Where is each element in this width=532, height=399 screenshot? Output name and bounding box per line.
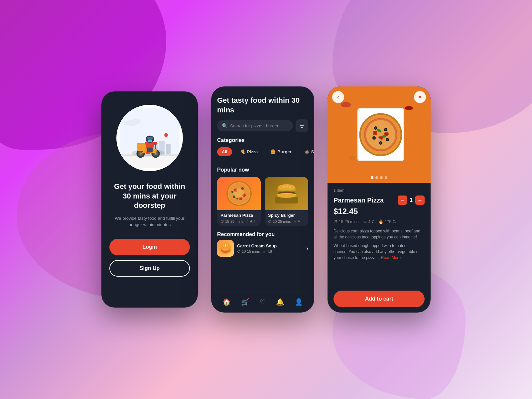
pizza-card-name: Parmesan Pizza [220,213,257,218]
soup-thumbnail [217,240,234,257]
add-to-cart-button[interactable]: Add to cart [333,291,425,307]
quantity-increase-button[interactable]: + [415,196,425,205]
svg-point-52 [286,186,288,187]
svg-point-77 [385,129,386,130]
category-all[interactable]: All [217,147,232,156]
svg-point-2 [132,119,141,125]
nav-cart-icon[interactable]: 🛒 [240,297,251,307]
product-time-value: 15-25 mins [339,219,358,224]
burger-card-info: Spicy Burger ⏱ 20-25 mins ☆ 4 [265,210,308,226]
svg-point-3 [124,121,131,125]
login-title: Get your food within 30 mins at your doo… [109,182,190,210]
quantity-value: 1 [410,197,413,203]
svg-rect-36 [301,127,303,128]
food-card-pizza[interactable]: Parmesan Pizza ⏱ 15-25 mins ☆ 4.7 [217,177,261,226]
svg-point-57 [277,194,296,198]
burger-card-meta: ⏱ 20-25 mins ☆ 4 [268,219,305,223]
dot-3 [380,176,383,179]
svg-point-46 [234,189,244,199]
star-icon: ☆ [363,219,367,224]
product-time-stat: ⏱ 15-25 mins [333,219,358,224]
nav-home-icon[interactable]: 🏠 [221,297,232,307]
svg-point-63 [341,102,351,107]
svg-point-33 [147,137,153,140]
pizza-card-time: ⏱ 15-25 mins [220,219,243,223]
pizza-card-image [217,177,261,210]
svg-rect-32 [148,140,152,142]
read-more-link[interactable]: Read More [381,255,401,260]
recommended-item-soup[interactable]: Carrot Cream Soup ⏱ 10-15 mins ☆ 4.8 › [217,237,308,259]
filter-icon [299,124,305,128]
category-burger[interactable]: 🍔 Burger [266,147,296,156]
product-rating-value: 4.7 [368,219,374,224]
item-count: 1 item [333,188,425,193]
soup-time: ⏱ 10-15 mins [237,249,260,253]
svg-rect-30 [153,143,157,145]
login-screen: Get your food within 30 mins at your doo… [101,91,198,308]
dot-1 [371,176,373,179]
svg-rect-25 [150,148,153,152]
svg-point-61 [222,247,229,251]
popular-label: Popular now [217,167,308,173]
popular-grid: Parmesan Pizza ⏱ 15-25 mins ☆ 4.7 [217,177,308,226]
svg-point-79 [373,137,375,139]
product-detail-screen: ‹ ♥ 1 item Parmesan Pizza − 1 + $12.45 [328,86,431,313]
search-icon: 🔍 [222,123,227,128]
category-pizza[interactable]: 🍕 Pizza [235,147,263,156]
soup-rating: ☆ 4.8 [262,249,272,254]
delivery-illustration [120,108,180,168]
filter-button[interactable] [296,119,308,132]
food-card-burger[interactable]: Spicy Burger ⏱ 20-25 mins ☆ 4 [265,177,308,226]
browse-header: Get tasty food within 30 mins 🔍 Search f… [217,96,308,162]
svg-rect-35 [300,125,304,126]
description-2-text: Wheat-based dough topped with tomatoes, … [333,243,420,260]
burger-cat-icon: 🍔 [270,149,276,154]
svg-point-81 [387,139,388,140]
product-detail-section: 1 item Parmesan Pizza − 1 + $12.45 ⏱ 15-… [328,183,431,313]
svg-point-66 [349,156,356,160]
svg-rect-34 [299,124,305,124]
product-stats: ⏱ 15-25 mins ☆ 4.7 🔥 175 Cal [333,219,425,224]
product-hero-image [336,91,422,178]
svg-rect-24 [147,148,150,152]
calories-icon: 🔥 [378,219,383,224]
svg-point-50 [278,184,295,191]
nav-profile-icon[interactable]: 👤 [293,297,304,307]
signup-button[interactable]: Sign Up [109,260,190,277]
pizza-card-rating: ☆ 4.7 [246,219,255,223]
image-dots [371,176,387,179]
search-placeholder-text: Search for pizzas, burgers... [230,123,284,128]
burger-card-name: Spicy Burger [268,213,305,218]
search-box[interactable]: 🔍 Search for pizzas, burgers... [217,120,293,131]
soup-name: Carrot Cream Soup [237,243,303,248]
burger-card-time: ⏱ 20-25 mins [268,219,291,223]
quantity-decrease-button[interactable]: − [398,196,407,205]
nav-favorites-icon[interactable]: ♡ [258,297,267,307]
svg-rect-28 [145,142,148,145]
svg-point-45 [231,191,233,193]
categories-row: All 🍕 Pizza 🍔 Burger 🍲 Soup [217,147,308,156]
nav-notifications-icon[interactable]: 🔔 [275,297,286,307]
product-name-row: Parmesan Pizza − 1 + [333,196,425,205]
dot-4 [385,176,387,179]
product-price: $12.45 [333,207,425,216]
category-soup[interactable]: 🍲 Soup [300,147,314,156]
svg-point-87 [374,132,376,134]
bottom-navigation: 🏠 🛒 ♡ 🔔 👤 [217,292,308,313]
favorite-button[interactable]: ♥ [414,91,426,103]
svg-rect-5 [166,144,171,156]
pizza-card-meta: ⏱ 15-25 mins ☆ 4.7 [220,219,257,223]
pizza-cat-icon: 🍕 [240,149,245,154]
svg-point-51 [283,186,285,188]
svg-point-53 [289,187,291,188]
browse-screen: Get tasty food within 30 mins 🔍 Search f… [211,86,314,313]
back-button[interactable]: ‹ [332,91,344,103]
svg-point-89 [385,133,388,135]
product-name: Parmesan Pizza [333,197,384,204]
product-rating-stat: ☆ 4.7 [363,219,374,224]
dot-2 [375,176,378,179]
soup-cat-icon: 🍲 [304,149,310,154]
svg-rect-26 [146,152,150,154]
login-button[interactable]: Login [109,239,190,255]
svg-point-64 [405,106,413,110]
